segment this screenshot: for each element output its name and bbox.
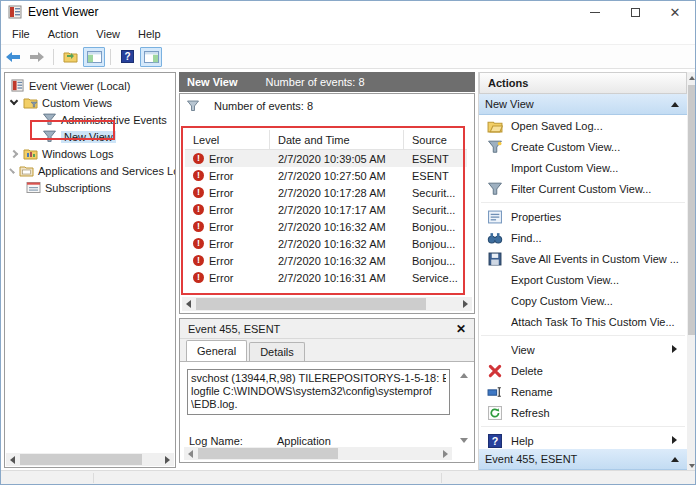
action-open-saved-log[interactable]: Open Saved Log... <box>479 115 687 136</box>
results-pane-event-count: Number of events: 8 <box>266 76 365 88</box>
scroll-left-arrow[interactable] <box>6 453 19 466</box>
scroll-up-arrow[interactable] <box>687 72 696 83</box>
scrollbar-thumb[interactable] <box>196 298 426 310</box>
toolbar-separator <box>110 49 111 65</box>
action-copy-custom-view[interactable]: Copy Custom View... <box>479 290 687 311</box>
cell-level: Error <box>209 272 233 284</box>
cell-source: Bonjou... <box>404 255 464 267</box>
message-line: svchost (13944,R,98) TILEREPOSITORYS-1-5… <box>191 372 446 385</box>
expander-collapsed-icon[interactable] <box>9 168 15 174</box>
action-attach-task[interactable]: Attach Task To This Custom Vie... <box>479 311 687 332</box>
windows-logs-folder-icon <box>23 147 38 160</box>
minimize-button[interactable] <box>575 1 615 23</box>
show-console-tree-toggle[interactable] <box>83 47 105 67</box>
maximize-button[interactable] <box>615 1 655 23</box>
table-row[interactable]: Error 2/7/2020 10:17:17 AM Securit... <box>185 201 467 218</box>
help-button[interactable]: ? <box>116 47 138 67</box>
table-row[interactable]: Error 2/7/2020 10:16:32 AM Bonjou... <box>185 235 467 252</box>
console-tree-pane: Event Viewer (Local) Custom Views Admini… <box>4 72 176 468</box>
detail-vertical-scrollbar[interactable] <box>457 369 470 447</box>
detail-tabs: General Details <box>180 339 474 361</box>
tree-item-administrative-events[interactable]: Administrative Events <box>5 111 175 128</box>
actions-group-title: New View <box>485 98 534 110</box>
detail-close-icon[interactable]: ✕ <box>456 322 466 336</box>
scroll-down-arrow[interactable] <box>457 434 470 447</box>
folder-export-icon <box>63 50 78 63</box>
cell-level: Error <box>209 221 233 233</box>
table-row[interactable]: Error 2/7/2020 10:16:32 AM Bonjou... <box>185 252 467 269</box>
rename-icon <box>487 385 503 399</box>
collapse-group-icon[interactable] <box>671 102 679 107</box>
scroll-left-arrow[interactable] <box>182 297 195 310</box>
action-find[interactable]: Find... <box>479 227 687 248</box>
tree-item-applications-services-logs[interactable]: Applications and Services Lo <box>5 162 175 179</box>
menu-help[interactable]: Help <box>129 25 170 43</box>
tab-general[interactable]: General <box>186 340 247 361</box>
forward-button[interactable] <box>26 47 48 67</box>
action-properties[interactable]: Properties <box>479 206 687 227</box>
event-message-box[interactable]: svchost (13944,R,98) TILEREPOSITORYS-1-5… <box>187 369 450 415</box>
tree-horizontal-scrollbar[interactable] <box>6 453 174 466</box>
action-delete[interactable]: Delete <box>479 360 687 381</box>
action-import-custom-view[interactable]: Import Custom View... <box>479 157 687 178</box>
tree-item-event-viewer-local[interactable]: Event Viewer (Local) <box>5 77 175 94</box>
action-export-custom-view[interactable]: Export Custom View... <box>479 269 687 290</box>
back-button[interactable] <box>2 47 24 67</box>
title-bar: Event Viewer ✕ <box>1 1 695 23</box>
actions-separator <box>481 335 685 336</box>
custom-views-folder-icon <box>23 96 38 109</box>
menu-view[interactable]: View <box>87 25 129 43</box>
column-header-level[interactable]: Level <box>185 130 270 150</box>
actions-group-event-455[interactable]: Event 455, ESENT <box>479 449 687 470</box>
action-save-all-events[interactable]: Save All Events in Custom View ... <box>479 248 687 269</box>
table-row[interactable]: Error 2/7/2020 10:39:05 AM ESENT <box>185 150 467 167</box>
event-table: Level Date and Time Source Error 2/7/202… <box>185 130 467 292</box>
scrollbar-thumb[interactable] <box>20 454 142 465</box>
tree-item-new-view[interactable]: New View <box>5 128 175 145</box>
scroll-left-arrow[interactable] <box>184 447 197 460</box>
actions-vertical-scrollbar[interactable] <box>687 72 696 471</box>
scroll-right-arrow[interactable] <box>161 453 174 466</box>
tab-details[interactable]: Details <box>249 342 305 361</box>
error-level-icon <box>193 221 204 232</box>
menu-file[interactable]: File <box>3 25 39 43</box>
expander-collapsed-icon[interactable] <box>10 149 18 157</box>
expander-expanded-icon[interactable] <box>10 97 18 105</box>
actions-separator <box>481 202 685 203</box>
show-action-pane-toggle[interactable] <box>140 47 162 67</box>
collapse-group-icon[interactable] <box>671 457 679 462</box>
action-filter-current-custom-view[interactable]: Filter Current Custom View... <box>479 178 687 199</box>
event-list-horizontal-scrollbar[interactable] <box>182 297 472 311</box>
scroll-right-arrow[interactable] <box>439 447 452 460</box>
status-divider <box>93 473 94 483</box>
results-pane-title: New View <box>187 76 238 88</box>
column-header-source[interactable]: Source <box>404 130 464 150</box>
action-rename[interactable]: Rename <box>479 381 687 402</box>
tree-item-subscriptions[interactable]: Subscriptions <box>5 179 175 196</box>
tree-item-custom-views[interactable]: Custom Views <box>5 94 175 111</box>
table-row[interactable]: Error 2/7/2020 10:16:31 AM Service... <box>185 269 467 286</box>
scroll-up-arrow[interactable] <box>457 369 470 382</box>
actions-group-new-view[interactable]: New View <box>479 94 687 115</box>
scrollbar-thumb[interactable] <box>198 448 338 459</box>
scroll-right-arrow[interactable] <box>459 297 472 310</box>
delete-icon <box>487 364 503 378</box>
action-view-submenu[interactable]: View <box>479 339 687 360</box>
scrollbar-thumb[interactable] <box>688 85 695 335</box>
cell-datetime: 2/7/2020 10:16:32 AM <box>270 238 404 250</box>
column-header-date-time[interactable]: Date and Time <box>270 130 404 150</box>
action-create-custom-view[interactable]: Create Custom View... <box>479 136 687 157</box>
action-help-submenu[interactable]: ? Help <box>479 430 687 451</box>
export-list-button[interactable] <box>59 47 81 67</box>
tree-item-windows-logs[interactable]: Windows Logs <box>5 145 175 162</box>
action-refresh[interactable]: Refresh <box>479 402 687 423</box>
table-row[interactable]: Error 2/7/2020 10:17:28 AM Securit... <box>185 184 467 201</box>
cell-level: Error <box>209 204 233 216</box>
action-label: Refresh <box>511 407 550 419</box>
no-icon <box>487 315 503 329</box>
table-row[interactable]: Error 2/7/2020 10:27:50 AM ESENT <box>185 167 467 184</box>
table-row[interactable]: Error 2/7/2020 10:16:32 AM Bonjou... <box>185 218 467 235</box>
detail-horizontal-scrollbar[interactable] <box>184 447 452 460</box>
close-button[interactable]: ✕ <box>655 1 695 23</box>
menu-action[interactable]: Action <box>39 25 88 43</box>
